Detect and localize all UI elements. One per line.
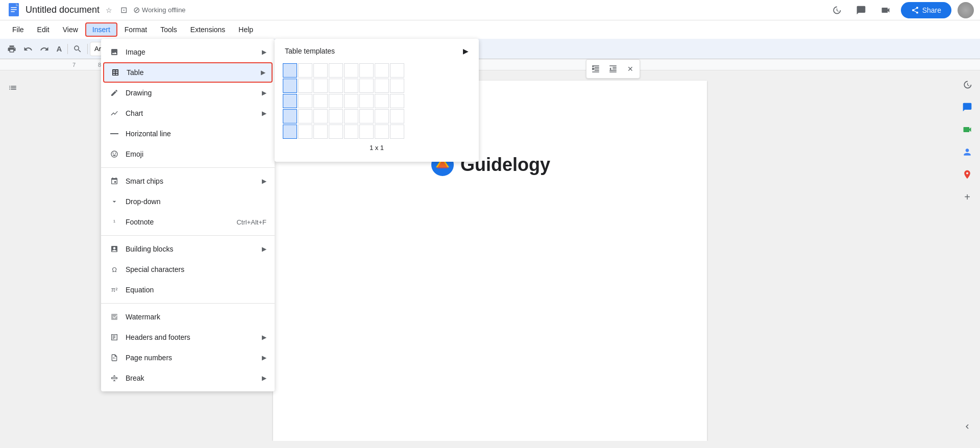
right-maps-btn[interactable] [958,165,976,184]
horizontal-line-icon [109,129,119,139]
print-btn[interactable] [4,42,19,56]
table-grid[interactable] [283,63,471,139]
menu-item-smart-chips[interactable]: Smart chips ▶ [101,171,275,191]
menu-item-chart[interactable]: Chart ▶ [101,103,275,123]
grid-cell[interactable] [329,109,343,123]
history-icon-btn[interactable] [827,1,846,19]
menu-item-break[interactable]: Break ▶ [101,368,275,388]
divider-1 [67,44,68,54]
smart-chips-icon [109,176,119,186]
grid-size-label: 1 x 1 [283,142,471,154]
grid-cell[interactable] [344,125,358,139]
indent-close-btn[interactable]: ✕ [622,61,639,77]
search-btn[interactable] [70,42,85,56]
star-icon[interactable]: ☆ [104,5,114,15]
image-icon [109,47,119,57]
menu-item-equation[interactable]: π² Equation [101,280,275,300]
grid-cell[interactable] [313,125,328,139]
menu-item-emoji[interactable]: Emoji [101,144,275,164]
right-comments-btn[interactable] [958,98,976,116]
top-bar: Untitled document ☆ ⊡ ⊘ Working offline … [0,0,980,20]
right-sidebar: + [954,70,980,441]
grid-cell[interactable] [359,109,374,123]
menu-item-horizontal-line[interactable]: Horizontal line [101,123,275,144]
grid-cell[interactable] [390,79,404,93]
menu-item-image[interactable]: Image ▶ [101,42,275,62]
grid-cell[interactable] [283,63,297,78]
grid-cell[interactable] [359,63,374,78]
grid-cell[interactable] [344,94,358,108]
table-templates-option[interactable]: Table templates ▶ [279,43,475,59]
grid-cell[interactable] [329,94,343,108]
menu-item-table[interactable]: Table ▶ [103,62,273,83]
list-icon [5,81,20,95]
grid-cell[interactable] [283,94,297,108]
right-history-btn[interactable] [958,76,976,94]
grid-cell[interactable] [375,109,389,123]
grid-cell[interactable] [344,109,358,123]
grid-cell[interactable] [344,79,358,93]
menu-help[interactable]: Help [232,22,259,37]
right-people-btn[interactable] [958,143,976,161]
grid-cell[interactable] [298,94,312,108]
grid-cell[interactable] [390,94,404,108]
grid-cell[interactable] [375,79,389,93]
grid-cell[interactable] [313,63,328,78]
grid-cell[interactable] [313,109,328,123]
grid-cell[interactable] [390,63,404,78]
grid-cell[interactable] [329,125,343,139]
folder-icon[interactable]: ⊡ [118,4,129,16]
menu-item-page-numbers[interactable]: Page numbers ▶ [101,347,275,368]
grid-cell[interactable] [359,94,374,108]
grid-cell[interactable] [359,125,374,139]
menu-edit[interactable]: Edit [31,22,56,37]
break-icon [109,373,119,383]
menu-item-headers-footers[interactable]: Headers and footers ▶ [101,327,275,347]
redo-btn[interactable] [37,42,52,56]
grid-cell[interactable] [359,79,374,93]
grid-cell[interactable] [344,63,358,78]
menu-file[interactable]: File [6,22,30,37]
spellcheck-btn[interactable]: A [53,42,65,56]
menu-insert[interactable]: Insert [85,22,117,37]
grid-cell[interactable] [283,79,297,93]
app-icon[interactable] [6,3,21,18]
grid-cell[interactable] [298,63,312,78]
menu-item-dropdown[interactable]: Drop-down [101,191,275,212]
grid-cell[interactable] [298,79,312,93]
indent-increase-btn[interactable] [587,61,604,77]
menu-tools[interactable]: Tools [154,22,183,37]
menu-view[interactable]: View [57,22,84,37]
grid-cell[interactable] [375,125,389,139]
right-collapse-btn[interactable] [958,417,976,436]
special-characters-icon: Ω [109,264,119,275]
menu-item-special-characters[interactable]: Ω Special characters [101,259,275,280]
grid-cell[interactable] [329,63,343,78]
undo-btn[interactable] [20,42,36,56]
meet-icon-btn[interactable] [876,1,895,19]
menu-format[interactable]: Format [118,22,153,37]
menu-item-drawing[interactable]: Drawing ▶ [101,83,275,103]
grid-cell[interactable] [298,109,312,123]
right-meet-btn[interactable] [958,120,976,139]
grid-cell[interactable] [313,79,328,93]
grid-cell[interactable] [390,125,404,139]
user-avatar[interactable] [958,2,974,18]
share-button[interactable]: Share [901,2,951,18]
grid-cell[interactable] [298,125,312,139]
grid-cell[interactable] [283,125,297,139]
menu-item-footnote[interactable]: ¹ Footnote Ctrl+Alt+F [101,212,275,232]
grid-cell[interactable] [283,109,297,123]
menu-extensions[interactable]: Extensions [184,22,231,37]
table-submenu: Table templates ▶ 1 x 1 [275,39,479,162]
grid-cell[interactable] [375,94,389,108]
indent-decrease-btn[interactable] [605,61,621,77]
grid-cell[interactable] [329,79,343,93]
comments-icon-btn[interactable] [852,1,870,19]
menu-item-watermark[interactable]: Watermark [101,307,275,327]
grid-cell[interactable] [390,109,404,123]
grid-cell[interactable] [375,63,389,78]
right-add-btn[interactable]: + [958,188,976,206]
menu-item-building-blocks[interactable]: Building blocks ▶ [101,239,275,259]
grid-cell[interactable] [313,94,328,108]
